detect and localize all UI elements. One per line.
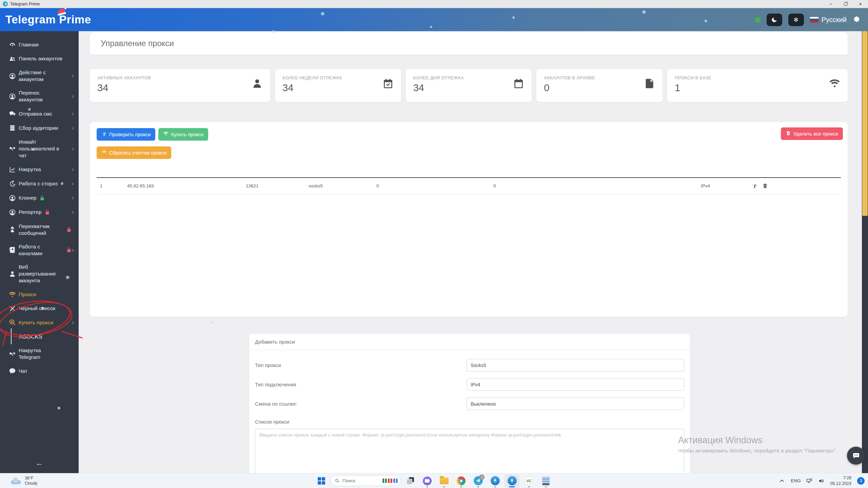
stat-value: 0 — [544, 82, 595, 94]
page-title: Управление прокси — [101, 39, 174, 48]
delete-proxy-icon[interactable] — [762, 183, 768, 189]
times-icon — [9, 305, 16, 312]
desktop: Telegram Prime − × Telegram Prime ❄ — [0, 0, 868, 488]
sidebar-item[interactable]: Клонер › — [0, 191, 79, 205]
sidebar-item[interactable]: Веб развертывание аккаунта — [0, 260, 79, 287]
rocket-icon — [491, 476, 500, 485]
taskbar-search[interactable] — [330, 475, 401, 486]
stat-label: БОЛЕЕ ДНЯ ОТЛЕЖКА — [413, 75, 464, 80]
sidebar-item-buy-proxy[interactable]: Купить прокси › — [0, 316, 79, 330]
field-label: Тип прокси — [255, 362, 281, 368]
stat-card: АКТИВНЫХ АККАУНТОВ 34 — [90, 69, 270, 102]
taskbar-weather-widget[interactable]: 36°F Cloudy — [10, 476, 37, 486]
stat-label: АКТИВНЫХ АККАУНТОВ — [97, 75, 151, 80]
volume-icon[interactable] — [818, 478, 824, 484]
chevron-right-icon: › — [72, 166, 74, 173]
proxy-ip: 45.82.65.183 — [127, 183, 246, 188]
sidebar-item[interactable]: Действие с аккаунтом › — [0, 66, 79, 86]
file-zip-icon — [644, 78, 655, 97]
taskbar-rocket-active[interactable] — [505, 474, 519, 488]
taskbar-vc-app[interactable]: VC — [521, 474, 536, 488]
window-title: Telegram Prime — [10, 2, 40, 6]
proxy-list-textarea[interactable] — [255, 429, 684, 473]
taskbar-telegram[interactable]: 3 — [471, 474, 486, 488]
chevron-right-icon: › — [72, 93, 74, 100]
chevron-right-icon: › — [72, 194, 74, 202]
taskbar-chat-app[interactable] — [420, 474, 435, 488]
close-button[interactable]: × — [859, 1, 862, 6]
sidebar-item[interactable]: Отправка смс › — [0, 107, 79, 121]
network-icon[interactable] — [806, 478, 812, 484]
field-select[interactable] — [467, 398, 684, 410]
comment-icon — [9, 367, 16, 374]
taskbar-notes-app[interactable] — [538, 474, 553, 488]
reset-proxy-counter-button[interactable]: Сбросить счетчик прокси — [97, 146, 171, 159]
user-circle-icon — [9, 195, 16, 202]
sidebar-item[interactable]: Панель аккаунтов — [0, 52, 79, 66]
sidebar-item[interactable]: Накрутка Telegram — [0, 344, 79, 364]
notification-center-badge[interactable]: 3 — [857, 477, 865, 485]
theme-toggle-button[interactable] — [767, 14, 782, 26]
windows-activation-watermark: Активация Windows Чтобы активировать Win… — [678, 435, 837, 454]
buy-proxy-button[interactable]: Купить прокси — [158, 128, 208, 141]
search-input[interactable] — [342, 478, 380, 483]
proxy-list-label: Список прокси — [255, 419, 684, 425]
trash-icon — [786, 130, 791, 137]
taskbar-file-explorer[interactable] — [437, 474, 452, 488]
snow-toggle-button[interactable]: ❄ — [788, 14, 804, 26]
table-row: 1 45.82.65.183 13621 socks5 0 0 IPv4 — [97, 178, 841, 194]
check-proxy-icon[interactable] — [752, 183, 757, 189]
field-select[interactable] — [467, 359, 684, 371]
stat-value: 34 — [97, 82, 151, 94]
settings-gear-icon[interactable] — [853, 15, 861, 24]
sidebar-item[interactable]: Сбор аудитории › — [0, 121, 79, 135]
taskbar-clock[interactable]: 7:28 05.12.2023 — [830, 475, 851, 486]
notification-badge: 3 — [479, 474, 485, 480]
language-selector[interactable]: Русский — [810, 16, 847, 24]
start-button[interactable] — [315, 474, 328, 488]
minimize-button[interactable]: − — [829, 1, 832, 6]
tray-chevron-up-icon[interactable] — [779, 478, 785, 484]
check-proxy-button[interactable]: Проверить прокси — [97, 128, 155, 141]
main-content: Управление прокси АКТИВНЫХ АККАУНТОВ 34 … — [79, 31, 868, 473]
sidebar-item[interactable]: Главная — [0, 38, 79, 52]
calendar-icon — [513, 78, 524, 97]
proxy-panel: Проверить прокси Купить прокси Сбросить … — [90, 122, 848, 317]
stat-label: ПРОКСИ В БАЗЕ — [675, 75, 711, 80]
windows-taskbar: 36°F Cloudy — [0, 473, 868, 488]
taskbar-chrome[interactable] — [454, 474, 469, 488]
restore-button[interactable] — [844, 1, 847, 6]
taskbar-apps: 3 VC — [403, 474, 553, 488]
support-chat-button[interactable] — [847, 447, 865, 465]
taskbar-task-view[interactable] — [403, 474, 418, 488]
gauge-icon — [9, 41, 16, 48]
sidebar-item[interactable]: Чёрный список — [0, 302, 79, 316]
scrollbar-thumb[interactable] — [862, 31, 868, 216]
taskbar-rocket-beta[interactable] — [488, 474, 502, 488]
proxy-table: 1 45.82.65.183 13621 socks5 0 0 IPv4 — [97, 173, 841, 194]
chart-line-icon — [9, 166, 16, 173]
keyboard-language-indicator[interactable]: ENG — [791, 478, 801, 483]
sidebar-collapse-button[interactable]: ← — [0, 459, 79, 468]
form-field: Тип прокси — [255, 359, 684, 371]
sidebar-item[interactable]: Работа с каналами › — [0, 240, 79, 260]
handshake-icon — [9, 350, 16, 358]
sidebar-item[interactable]: Работа с сториз ❄ › — [0, 177, 79, 191]
sidebar-item[interactable]: Перенос аккаунтов › — [0, 86, 79, 106]
weather-temp: 36°F — [25, 476, 37, 481]
sidebar-item[interactable]: Инвайт пользователей в чат › — [0, 135, 79, 162]
tower-icon — [101, 131, 107, 138]
delete-all-proxies-button[interactable]: Удалить все прокси — [781, 127, 843, 140]
stat-value: 34 — [413, 82, 464, 94]
sidebar-item[interactable]: Перехватчик сообщений — [0, 220, 79, 240]
chevron-right-icon: › — [72, 208, 74, 216]
sidebar-item[interactable]: Накрутка › — [0, 162, 79, 177]
sidebar-item-proxy-active[interactable]: Прокси — [0, 288, 79, 302]
sidebar-item[interactable]: Чат — [0, 364, 79, 378]
stat-value: 34 — [282, 82, 342, 94]
sidebar-subitem-asocks[interactable]: ASOCKS — [0, 330, 79, 344]
field-select[interactable] — [467, 378, 684, 391]
form-field: Смена по ссылке: — [255, 398, 684, 410]
window-titlebar: Telegram Prime − × — [0, 0, 868, 8]
sidebar-item[interactable]: Репортер › — [0, 205, 79, 219]
